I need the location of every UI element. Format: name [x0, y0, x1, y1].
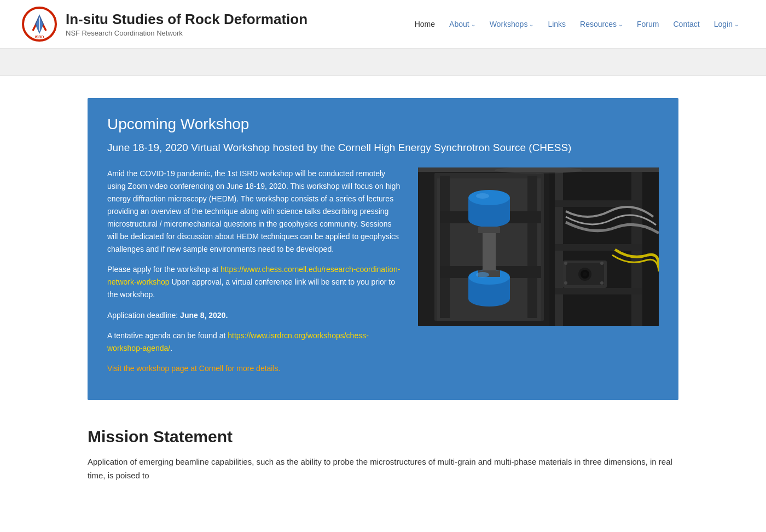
svg-point-35: [564, 262, 567, 265]
subheader-bar: [0, 49, 766, 76]
deadline-prefix: Application deadline:: [107, 311, 180, 320]
resources-chevron-icon: ⌄: [618, 21, 623, 27]
nav-item-about[interactable]: About ⌄: [444, 16, 481, 32]
site-title: In-situ Studies of Rock Deformation: [66, 11, 307, 28]
workshop-card: Upcoming Workshop June 18-19, 2020 Virtu…: [88, 98, 678, 400]
cornell-link[interactable]: Visit the workshop page at Cornell for m…: [107, 364, 280, 373]
svg-point-38: [600, 281, 603, 285]
svg-point-23: [476, 193, 489, 199]
svg-point-22: [476, 272, 489, 277]
nav-item-resources[interactable]: Resources ⌄: [574, 16, 628, 32]
header-left: ISRD In-situ Studies of Rock Deformation…: [22, 7, 307, 42]
mission-title: Mission Statement: [88, 427, 678, 446]
svg-point-18: [468, 190, 510, 205]
workshop-deadline-paragraph: Application deadline: June 8, 2020.: [107, 309, 402, 322]
login-chevron-icon: ⌄: [734, 21, 739, 27]
mission-text: Application of emerging beamline capabil…: [88, 455, 678, 483]
workshop-cornell-paragraph: Visit the workshop page at Cornell for m…: [107, 362, 402, 375]
svg-rect-28: [555, 244, 642, 251]
svg-point-36: [600, 262, 603, 265]
svg-point-34: [583, 272, 587, 276]
agenda-suffix: .: [170, 344, 172, 352]
mission-section: Mission Statement Application of emergin…: [88, 427, 678, 483]
agenda-prefix: A tentative agenda can be found at: [107, 331, 228, 340]
workshop-apply-paragraph: Please apply for the workshop at https:/…: [107, 263, 402, 301]
apply-prefix: Please apply for the workshop at: [107, 265, 220, 274]
nav-item-home[interactable]: Home: [409, 16, 440, 32]
site-logo[interactable]: ISRD: [22, 7, 57, 42]
nav-item-links[interactable]: Links: [542, 16, 571, 32]
main-nav: Home About ⌄ Workshops ⌄ Links Resources…: [409, 16, 744, 32]
site-subtitle: NSF Research Coordination Network: [66, 29, 307, 37]
about-chevron-icon: ⌄: [471, 21, 475, 27]
workshop-image: [418, 167, 659, 326]
nav-item-login[interactable]: Login ⌄: [709, 16, 744, 32]
svg-point-37: [564, 281, 567, 285]
workshops-chevron-icon: ⌄: [529, 21, 533, 27]
workshop-body-text: Amid the COVID-19 pandemic, the 1st ISRD…: [107, 167, 402, 256]
svg-rect-20: [478, 227, 500, 233]
nav-item-contact[interactable]: Contact: [668, 16, 705, 32]
svg-text:ISRD: ISRD: [35, 35, 44, 39]
deadline-bold: June 8, 2020.: [180, 311, 228, 320]
workshop-text: Amid the COVID-19 pandemic, the 1st ISRD…: [107, 167, 402, 383]
workshop-section-title: Upcoming Workshop: [107, 115, 659, 133]
svg-rect-19: [483, 227, 496, 277]
site-title-block: In-situ Studies of Rock Deformation NSF …: [66, 11, 307, 37]
svg-rect-10: [527, 176, 537, 318]
main-content: Upcoming Workshop June 18-19, 2020 Virtu…: [71, 98, 695, 483]
nav-item-forum[interactable]: Forum: [631, 16, 664, 32]
workshop-body: Amid the COVID-19 pandemic, the 1st ISRD…: [107, 167, 659, 383]
workshop-agenda-paragraph: A tentative agenda can be found at https…: [107, 329, 402, 355]
nav-item-workshops[interactable]: Workshops ⌄: [484, 16, 539, 32]
workshop-subtitle: June 18-19, 2020 Virtual Workshop hosted…: [107, 141, 659, 155]
site-header: ISRD In-situ Studies of Rock Deformation…: [0, 0, 766, 49]
svg-rect-29: [555, 288, 642, 294]
svg-rect-9: [440, 176, 450, 318]
